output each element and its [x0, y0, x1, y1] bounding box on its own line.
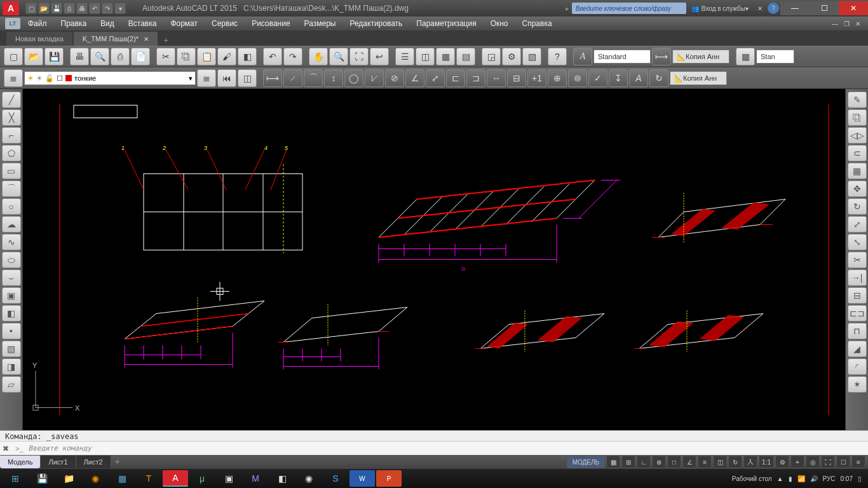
dim-continue-icon[interactable]: ⊐ [466, 69, 485, 87]
dim-ordinate-icon[interactable]: ↕ [324, 69, 343, 87]
design-center-icon[interactable]: ◫ [416, 48, 435, 65]
dim-break-icon[interactable]: ⊟ [507, 69, 526, 87]
tray-lang[interactable]: РУС [823, 475, 836, 482]
sb-transparency-icon[interactable]: ◫ [713, 456, 727, 468]
doc-tab-current[interactable]: K_TMM Паша(2)*✕ [74, 32, 158, 46]
layer-iso-icon[interactable]: ◫ [238, 69, 257, 87]
menu-format[interactable]: Формат [164, 19, 204, 28]
tray-network-icon[interactable]: 📶 [797, 475, 805, 482]
sb-scale[interactable]: 1:1 [759, 456, 774, 468]
sb-snap-icon[interactable]: ⊞ [621, 456, 635, 468]
menu-file[interactable]: Файл [22, 19, 53, 28]
tray-volume-icon[interactable]: 🔊 [810, 475, 818, 482]
dim-radius-icon[interactable]: ◯ [344, 69, 363, 87]
polygon-icon[interactable]: ⬠ [2, 145, 21, 161]
task-powerpoint-icon[interactable]: P [376, 470, 402, 487]
spline-icon[interactable]: ∿ [2, 234, 21, 250]
circle-icon[interactable]: ○ [2, 198, 21, 215]
task-chrome-icon[interactable]: ◉ [296, 470, 322, 487]
array-icon[interactable]: ▦ [848, 163, 867, 179]
qat-more-icon[interactable]: ▾ [114, 3, 126, 14]
sb-iso-icon[interactable]: ⛶ [821, 456, 835, 468]
sb-grid-icon[interactable]: ▦ [606, 456, 620, 468]
app-logo[interactable]: A [3, 1, 19, 15]
menu-insert[interactable]: Вставка [122, 19, 163, 28]
dim-update-icon[interactable]: ↻ [649, 69, 668, 87]
inspect-icon[interactable]: ⊜ [568, 69, 587, 87]
task-explorer-icon[interactable]: 💾 [29, 470, 55, 487]
menu-help[interactable]: Справка [516, 19, 559, 28]
scale-icon[interactable]: ⤢ [848, 216, 867, 233]
dim-aligned-icon[interactable]: ⟋ [283, 69, 302, 87]
text-style-icon[interactable]: A [573, 48, 592, 65]
revision-cloud-icon[interactable]: ☁ [2, 216, 21, 233]
dim-baseline-icon[interactable]: ⊏ [446, 69, 465, 87]
redo-icon[interactable]: ↷ [283, 48, 302, 65]
help-button-icon[interactable]: ? [548, 48, 567, 65]
mdi-minimize-icon[interactable]: — [830, 19, 840, 28]
dim-style-combo2[interactable]: 📐 Копия Анн [670, 71, 727, 85]
drawing-canvas[interactable]: 1 2 3 4 5 [23, 89, 845, 430]
offset-icon[interactable]: ⊂ [848, 145, 867, 161]
layer-states-icon[interactable]: ≣ [197, 69, 216, 87]
workspace-switch[interactable]: LT [5, 18, 20, 29]
zoom-window-icon[interactable]: ⛶ [349, 48, 369, 65]
arc-icon[interactable]: ⌒ [2, 180, 21, 197]
sb-custom-icon[interactable]: ≡ [851, 456, 865, 468]
doc-tab-new[interactable]: Новая вкладка [6, 32, 72, 46]
menu-dimension[interactable]: Размеры [298, 19, 342, 28]
mdi-restore-icon[interactable]: ❐ [841, 19, 851, 28]
publish-icon[interactable]: ⎙ [111, 48, 130, 65]
qat-saveas-icon[interactable]: ⎙ [64, 3, 75, 14]
ellipse-arc-icon[interactable]: ⌣ [2, 269, 21, 286]
markup-icon[interactable]: ◲ [482, 48, 501, 65]
menu-window[interactable]: Окно [484, 19, 515, 28]
dim-linear-icon[interactable]: ⟼ [263, 69, 282, 87]
task-autocad-icon[interactable]: A [163, 470, 188, 487]
matchprop-icon[interactable]: 🖌 [217, 48, 236, 65]
qat-new-icon[interactable]: ▢ [25, 3, 37, 14]
tolerance-icon[interactable]: +1 [527, 69, 546, 87]
task-app7-icon[interactable]: ◧ [269, 470, 295, 487]
paste-icon[interactable]: 📋 [197, 48, 216, 65]
table-style-icon[interactable]: ▦ [736, 48, 755, 65]
zoom-realtime-icon[interactable]: 🔍 [329, 48, 348, 65]
sheet-set-icon[interactable]: ▤ [456, 48, 475, 65]
dim-jogged-lin-icon[interactable]: ✓ [588, 69, 607, 87]
layout-tab-2[interactable]: Лист2 [76, 456, 111, 468]
center-mark-icon[interactable]: ⊕ [548, 69, 567, 87]
refs-icon[interactable]: ▧ [522, 48, 541, 65]
ellipse-icon[interactable]: ⬭ [2, 252, 21, 268]
polyline-icon[interactable]: ⌐ [2, 127, 21, 144]
qat-redo-icon[interactable]: ↷ [102, 3, 113, 14]
sb-ortho-icon[interactable]: ∟ [637, 456, 651, 468]
dim-style-combo[interactable]: 📐 Копия Анн [672, 50, 729, 64]
mirror-icon[interactable]: ◁▷ [848, 127, 867, 144]
menu-edit[interactable]: Правка [55, 19, 93, 28]
tool-palettes-icon[interactable]: ▦ [436, 48, 455, 65]
qat-save-icon[interactable]: 💾 [51, 3, 62, 14]
sign-in-button[interactable]: 👥 Вход в службы ▾ [688, 2, 752, 15]
join-icon[interactable]: ⊓ [848, 323, 867, 339]
layer-prev-icon[interactable]: ⏮ [217, 69, 236, 87]
fillet-icon[interactable]: ◜ [848, 358, 867, 375]
exchange-icon[interactable]: ✕ [754, 2, 766, 15]
sb-lwt-icon[interactable]: ≡ [698, 456, 712, 468]
task-app2-icon[interactable]: ▦ [109, 470, 135, 487]
trim-icon[interactable]: ✂ [848, 252, 867, 268]
task-app6-icon[interactable]: M [243, 470, 268, 487]
qat-open-icon[interactable]: 📂 [38, 3, 50, 14]
construction-line-icon[interactable]: ╳ [2, 109, 21, 126]
dim-edit-icon[interactable]: ↧ [609, 69, 628, 87]
undo-icon[interactable]: ↶ [263, 48, 282, 65]
help-icon[interactable]: ? [768, 3, 779, 14]
mdi-close-icon[interactable]: ✕ [853, 19, 863, 28]
task-word-icon[interactable]: W [349, 470, 375, 487]
menu-draw[interactable]: Рисование [245, 19, 296, 28]
close-tab-icon[interactable]: ✕ [144, 36, 149, 43]
new-icon[interactable]: ▢ [4, 48, 23, 65]
sb-monitor-icon[interactable]: + [790, 456, 804, 468]
dim-quick-icon[interactable]: ⤢ [426, 69, 445, 87]
tray-time[interactable]: 0:07 [841, 475, 853, 482]
save-icon[interactable]: 💾 [44, 48, 64, 65]
